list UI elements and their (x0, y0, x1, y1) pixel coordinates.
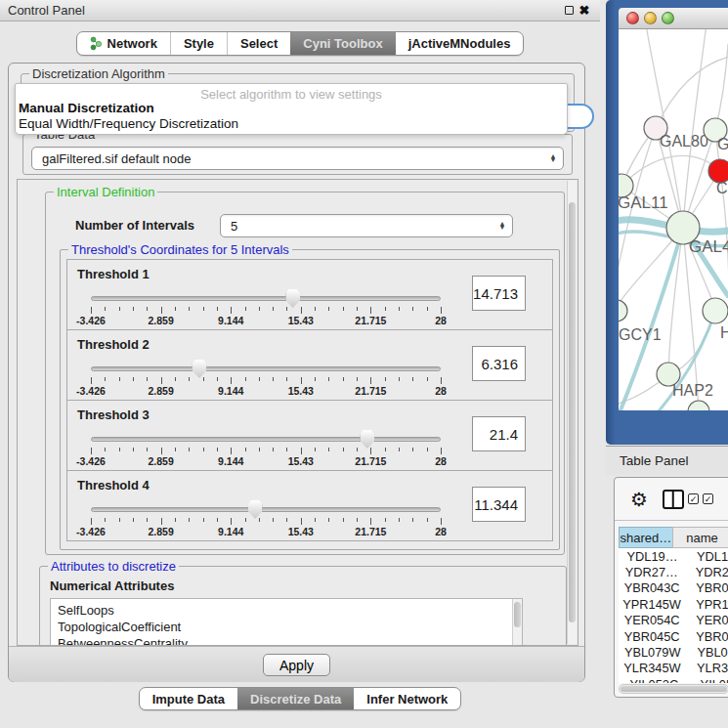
close-icon[interactable]: ✖ (577, 3, 592, 19)
slider-tick (203, 448, 204, 451)
minimize-traffic-light[interactable] (644, 12, 657, 24)
tab-label: Discretize Data (250, 692, 341, 707)
slider-tick (412, 307, 413, 311)
cell-shared-name: YER054C (619, 613, 685, 627)
tab-infer-network[interactable]: Infer Network (354, 688, 460, 709)
network-edge (656, 57, 728, 128)
tab-network[interactable]: Network (77, 32, 170, 55)
network-node-h[interactable] (703, 298, 728, 323)
panel-footer: Apply (9, 646, 584, 682)
table-row[interactable]: YBR045CYBR04 (619, 628, 728, 644)
checkbox-checked-icon[interactable]: ✓ (688, 493, 699, 504)
slider-tick (175, 448, 176, 451)
scrollbar-thumb[interactable] (621, 686, 727, 692)
threshold-1-value-field[interactable]: 14.713 (472, 276, 526, 311)
close-traffic-light[interactable] (626, 12, 639, 24)
control-panel-titlebar: Control Panel ✖ (0, 0, 600, 21)
slider-tick (175, 307, 176, 311)
slider-tick (105, 448, 106, 451)
threshold-4-value-field[interactable]: 11.344 (472, 487, 526, 522)
slider-tick-label: 28 (435, 315, 447, 326)
threshold-slider[interactable]: -3.4262.8599.14415.4321.71528 (91, 289, 441, 328)
slider-tick (119, 307, 120, 311)
slider-thumb[interactable] (192, 360, 206, 378)
slider-tick (412, 518, 413, 522)
stepper-arrows-icon: ▲▼ (496, 222, 512, 230)
slider-tick (133, 448, 134, 451)
cell-shared-name: YDL19… (619, 549, 686, 564)
checkbox-checked-icon[interactable]: ✓ (703, 493, 713, 504)
node-label-gal4: GAL4 (689, 237, 728, 256)
float-window-icon[interactable] (561, 3, 577, 19)
slider-tick (91, 448, 92, 454)
threshold-2-value-field[interactable]: 6.316 (472, 346, 526, 381)
column-header-name[interactable]: name (672, 527, 728, 548)
tab-cyni-toolbox[interactable]: Cyni Toolbox (290, 32, 395, 55)
tab-label: Select (240, 36, 278, 51)
threshold-row: Threshold 4-3.4262.8599.14415.4321.71528… (66, 470, 553, 541)
threshold-slider[interactable]: -3.4262.8599.14415.4321.71528 (91, 360, 441, 399)
algorithm-option-manual-discretization[interactable]: Manual Discretization (16, 101, 567, 116)
slider-track (91, 366, 441, 371)
slider-tick-label: 2.859 (148, 526, 173, 537)
panel-scrollbar[interactable] (567, 181, 577, 644)
scrollbar-thumb[interactable] (569, 202, 576, 622)
list-scrollbar[interactable] (512, 599, 522, 646)
slider-tick (399, 518, 400, 522)
slider-tick (175, 518, 176, 522)
group-title: Threshold's Coordinates for 5 Intervals (68, 242, 292, 257)
apply-button[interactable]: Apply (263, 654, 330, 676)
table-row[interactable]: YBR043CYBR04 (619, 580, 728, 596)
tab-jactivemnodules[interactable]: jActiveMNodules (396, 32, 524, 55)
tab-discretize-data[interactable]: Discretize Data (237, 688, 354, 709)
table-row[interactable]: YBL079WYBL07 (619, 644, 728, 660)
stepper-arrows-icon: ▲▼ (547, 154, 563, 162)
table-row[interactable]: YIL052CYIL05 (619, 676, 728, 683)
slider-tick (91, 307, 92, 314)
number-of-intervals-label: Number of Intervals (75, 218, 194, 233)
settings-scroll-area: Interval Definition Number of Intervals … (17, 179, 578, 646)
cell-shared-name: YLR345W (619, 661, 686, 675)
column-header-shared[interactable]: shared… (619, 527, 673, 548)
slider-tick-label: 15.43 (288, 385, 314, 397)
slider-thumb[interactable] (360, 430, 374, 449)
split-view-icon[interactable] (663, 490, 684, 509)
table-panel-header: Table Panel (606, 446, 728, 475)
network-canvas[interactable]: GAL80GACGAL11GAL4GCY1HHAP2 (619, 29, 728, 410)
slider-tick (203, 377, 204, 381)
slider-tick (189, 377, 190, 381)
threshold-slider[interactable]: -3.4262.8599.14415.4321.71528 (91, 500, 441, 539)
zoom-traffic-light[interactable] (662, 12, 674, 24)
table-horizontal-scrollbar[interactable] (619, 684, 728, 694)
attribute-item-topologicalcoefficient[interactable]: TopologicalCoefficient (51, 619, 522, 635)
network-node-partial-bottom[interactable] (688, 401, 709, 410)
table-data-select[interactable]: galFiltered.sif default node ▲▼ (31, 147, 564, 170)
slider-tick (231, 448, 232, 454)
threshold-label: Threshold 1 (77, 267, 150, 281)
cell-name: YPR14 (685, 597, 728, 612)
slider-tick (189, 518, 190, 522)
numerical-attributes-label: Numerical Attributes (50, 578, 174, 593)
number-of-intervals-select[interactable]: 5 ▲▼ (220, 214, 513, 237)
group-title: Discretization Algorithm (29, 66, 168, 81)
threshold-3-value-field[interactable]: 21.4 (472, 416, 526, 451)
table-row[interactable]: YER054CYER05 (619, 613, 728, 628)
slider-thumb[interactable] (285, 289, 300, 308)
tab-impute-data[interactable]: Impute Data (140, 688, 237, 709)
gear-icon[interactable]: ⚙ (630, 490, 648, 509)
algorithm-option-equal-width-frequency-discretization[interactable]: Equal Width/Frequency Discretization (16, 116, 567, 132)
scrollbar-thumb[interactable] (514, 602, 521, 627)
threshold-slider[interactable]: -3.4262.8599.14415.4321.71528 (91, 430, 441, 469)
table-row[interactable]: YDR27…YDR27 (619, 564, 728, 579)
slider-tick (91, 377, 92, 384)
tab-style[interactable]: Style (170, 32, 227, 55)
network-node-gcy1[interactable] (619, 300, 627, 321)
slider-tick (441, 377, 442, 384)
table-row[interactable]: YLR345WYLR34 (619, 661, 728, 676)
attribute-item-betweennesscentrality[interactable]: BetweennessCentrality (51, 635, 522, 646)
attribute-item-selfloops[interactable]: SelfLoops (51, 602, 522, 619)
slider-thumb[interactable] (248, 500, 263, 519)
tab-select[interactable]: Select (227, 32, 290, 55)
table-row[interactable]: YPR145WYPR14 (619, 596, 728, 612)
table-row[interactable]: YDL19…YDL19 (619, 548, 728, 564)
